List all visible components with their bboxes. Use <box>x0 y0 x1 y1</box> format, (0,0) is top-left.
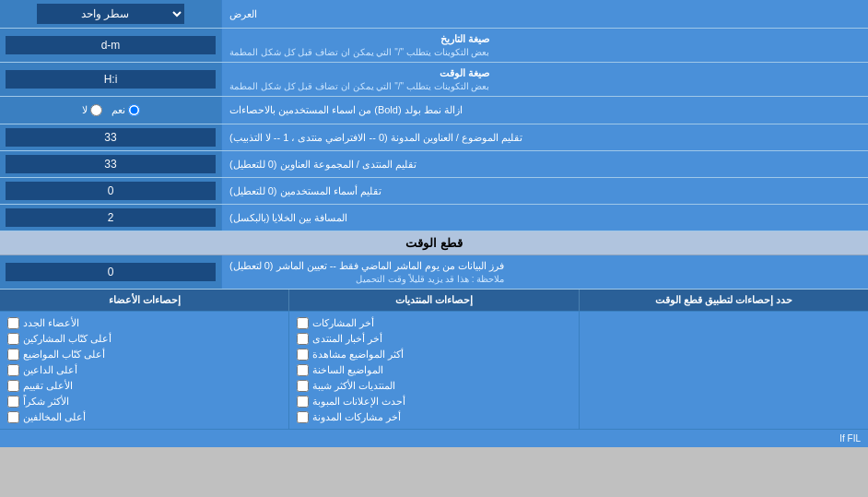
member-stat-3-checkbox[interactable] <box>7 349 19 361</box>
bold-yes-radio[interactable] <box>128 104 140 116</box>
time-format-label: صيغة الوقت بعض التكوينات يتطلب "/" التي … <box>221 63 868 96</box>
date-format-input[interactable] <box>6 36 216 54</box>
forum-stat-3-checkbox[interactable] <box>297 349 309 361</box>
bold-no-label: لا <box>82 104 102 116</box>
member-stat-2-label: أعلى كتّاب المشاركين <box>23 333 111 345</box>
bold-yes-label: نعم <box>111 104 140 116</box>
forum-stat-6-item: أحدث الإعلانات المبوبة <box>297 394 570 409</box>
forum-stat-5-checkbox[interactable] <box>297 380 309 392</box>
bold-no-radio[interactable] <box>90 104 102 116</box>
bold-remove-text: ازالة نمط بولد (Bold) من اسماء المستخدمي… <box>229 104 463 116</box>
bold-radio-group: نعم لا <box>75 101 147 120</box>
bold-yes-text: نعم <box>111 104 125 116</box>
cell-spacing-input[interactable] <box>6 208 216 227</box>
stats-title-cell: حدد إحصاءات لتطبيق قطع الوقت <box>579 290 868 311</box>
time-cutoff-header: قطع الوقت <box>0 231 868 255</box>
bold-remove-row: ازالة نمط بولد (Bold) من اسماء المستخدمي… <box>0 97 868 124</box>
line-mode-cell: سطر واحد سطرين ثلاثة أسطر <box>0 0 221 28</box>
user-names-text: تقليم أسماء المستخدمين (0 للتعطيل) <box>229 185 381 197</box>
forum-stat-3-label: أكثر المواضيع مشاهدة <box>312 349 404 361</box>
stats-col2-header-text: إحصاءات المنتديات <box>395 294 473 305</box>
bold-remove-label: ازالة نمط بولد (Bold) من اسماء المستخدمي… <box>221 97 868 124</box>
forum-titles-label: تقليم المنتدى / المجموعة العناوين (0 للت… <box>221 151 868 177</box>
forum-stat-6-checkbox[interactable] <box>297 396 309 408</box>
topic-titles-input-cell <box>0 124 221 150</box>
time-format-row: صيغة الوقت بعض التكوينات يتطلب "/" التي … <box>0 63 868 97</box>
member-stat-5-label: الأعلى تقييم <box>23 380 73 392</box>
forum-stat-2-item: أخر أخبار المنتدى <box>297 331 570 347</box>
member-stat-2-item: أعلى كتّاب المشاركين <box>7 331 281 347</box>
bottom-note: If FIL <box>0 429 868 447</box>
member-stat-7-label: أعلى المخالفين <box>23 411 86 423</box>
bold-remove-cell: نعم لا <box>0 97 221 124</box>
member-stat-1-label: الأعضاء الجدد <box>23 317 79 329</box>
forum-titles-row: تقليم المنتدى / المجموعة العناوين (0 للت… <box>0 151 868 178</box>
forum-stat-6-label: أحدث الإعلانات المبوبة <box>312 396 405 408</box>
empty-left-col <box>579 312 868 429</box>
stats-col2-header: إحصاءات المنتديات <box>288 290 578 311</box>
time-cutoff-label: فرز البيانات من يوم الماشر الماضي فقط --… <box>221 255 868 289</box>
stats-section: حدد إحصاءات لتطبيق قطع الوقت إحصاءات الم… <box>0 290 868 447</box>
member-stat-7-item: أعلى المخالفين <box>7 409 281 425</box>
member-stat-1-checkbox[interactable] <box>7 317 19 329</box>
member-stat-4-label: أعلى الداعين <box>23 364 77 376</box>
main-title-label: العرض <box>221 0 868 28</box>
topic-titles-text: تقليم الموضوع / العناوين المدونة (0 -- ا… <box>229 132 522 144</box>
forum-stat-3-item: أكثر المواضيع مشاهدة <box>297 347 570 362</box>
time-cutoff-input[interactable] <box>6 263 216 281</box>
cell-spacing-row: المسافة بين الخلايا (بالبكسل) <box>0 205 868 231</box>
checkboxes-grid: أخر المشاركات أخر أخبار المنتدى أكثر الم… <box>0 312 868 429</box>
date-format-row: صيغة التاريخ بعض التكوينات يتطلب "/" الت… <box>0 29 868 63</box>
cell-spacing-label: المسافة بين الخلايا (بالبكسل) <box>221 205 868 231</box>
stats-header-row: حدد إحصاءات لتطبيق قطع الوقت إحصاءات الم… <box>0 290 868 312</box>
user-names-row: تقليم أسماء المستخدمين (0 للتعطيل) <box>0 178 868 205</box>
forum-stat-4-checkbox[interactable] <box>297 364 309 376</box>
forum-stats-col: أخر المشاركات أخر أخبار المنتدى أكثر الم… <box>288 312 578 429</box>
time-cutoff-note: ملاحظة : هذا قد يزيد قليلاً وقت التحميل <box>229 274 504 284</box>
forum-stat-2-checkbox[interactable] <box>297 333 309 345</box>
stats-title-text: حدد إحصاءات لتطبيق قطع الوقت <box>655 294 792 305</box>
member-stat-5-checkbox[interactable] <box>7 380 19 392</box>
user-names-input[interactable] <box>6 182 216 200</box>
stats-col1-header: إحصاءات الأعضاء <box>0 290 288 311</box>
user-names-input-cell <box>0 178 221 204</box>
forum-stat-4-item: المواضيع الساخنة <box>297 362 570 378</box>
date-format-title: صيغة التاريخ <box>229 33 489 45</box>
member-stat-4-checkbox[interactable] <box>7 364 19 376</box>
time-cutoff-title: قطع الوقت <box>405 236 463 250</box>
forum-stat-7-label: أخر مشاركات المدونة <box>312 411 401 423</box>
forum-stat-7-item: أخر مشاركات المدونة <box>297 409 570 425</box>
member-stat-1-item: الأعضاء الجدد <box>7 315 281 331</box>
line-mode-select[interactable]: سطر واحد سطرين ثلاثة أسطر <box>37 4 184 24</box>
header-row: العرض سطر واحد سطرين ثلاثة أسطر <box>0 0 868 29</box>
bottom-note-text: If FIL <box>839 433 861 444</box>
time-format-input-cell <box>0 63 221 96</box>
forum-stat-7-checkbox[interactable] <box>297 411 309 423</box>
cell-spacing-text: المسافة بين الخلايا (بالبكسل) <box>229 212 348 224</box>
member-stat-5-item: الأعلى تقييم <box>7 378 281 394</box>
forum-stat-1-item: أخر المشاركات <box>297 315 570 331</box>
topic-titles-row: تقليم الموضوع / العناوين المدونة (0 -- ا… <box>0 124 868 151</box>
member-stats-col: الأعضاء الجدد أعلى كتّاب المشاركين أعلى … <box>0 312 288 429</box>
forum-stat-5-item: المنتديات الأكثر شيبة <box>297 378 570 394</box>
member-stat-7-checkbox[interactable] <box>7 411 19 423</box>
topic-titles-label: تقليم الموضوع / العناوين المدونة (0 -- ا… <box>221 124 868 150</box>
time-format-input[interactable] <box>6 70 216 89</box>
member-stat-6-checkbox[interactable] <box>7 396 19 408</box>
forum-titles-text: تقليم المنتدى / المجموعة العناوين (0 للت… <box>229 159 416 171</box>
forum-stat-1-label: أخر المشاركات <box>312 317 374 329</box>
forum-stat-2-label: أخر أخبار المنتدى <box>312 333 382 345</box>
cell-spacing-input-cell <box>0 205 221 231</box>
stats-col1-header-text: إحصاءات الأعضاء <box>109 294 181 305</box>
topic-titles-input[interactable] <box>6 128 216 147</box>
time-format-title: صيغة الوقت <box>229 67 489 79</box>
forum-stat-1-checkbox[interactable] <box>297 317 309 329</box>
forum-stat-5-label: المنتديات الأكثر شيبة <box>312 380 395 392</box>
member-stat-2-checkbox[interactable] <box>7 333 19 345</box>
forum-titles-input[interactable] <box>6 155 216 173</box>
date-format-sub: بعض التكوينات يتطلب "/" التي يمكن ان تضا… <box>229 47 489 57</box>
user-names-label: تقليم أسماء المستخدمين (0 للتعطيل) <box>221 178 868 204</box>
forum-titles-input-cell <box>0 151 221 177</box>
bold-no-text: لا <box>82 104 88 116</box>
forum-stat-4-label: المواضيع الساخنة <box>312 364 383 376</box>
